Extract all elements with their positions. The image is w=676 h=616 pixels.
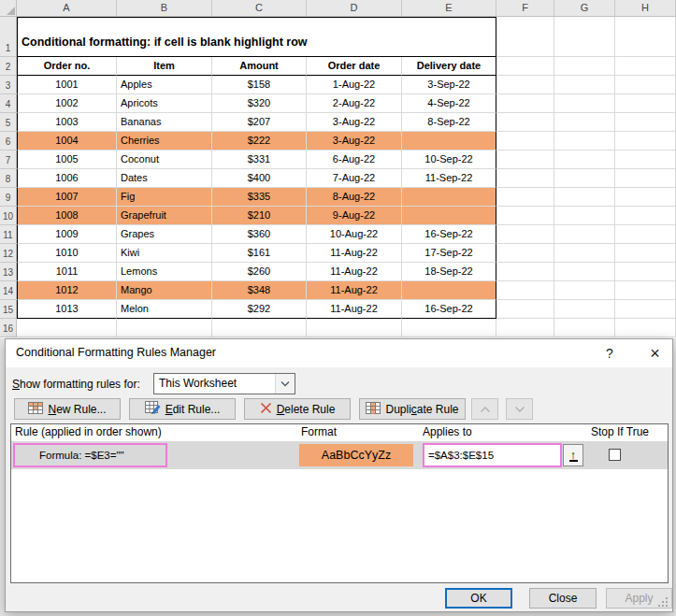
cell[interactable] <box>117 319 212 337</box>
table-cell[interactable]: 1011 <box>17 263 117 281</box>
cell[interactable] <box>212 319 307 337</box>
row-header[interactable]: 9 <box>0 188 17 207</box>
table-cell[interactable]: 3-Aug-22 <box>307 113 402 132</box>
table-cell[interactable]: $331 <box>212 150 307 169</box>
column-header[interactable]: B <box>117 0 212 17</box>
cell[interactable] <box>615 319 676 337</box>
cell[interactable] <box>615 132 676 150</box>
row-header[interactable]: 3 <box>0 76 17 94</box>
cell[interactable] <box>615 150 676 169</box>
row-header[interactable]: 6 <box>0 132 17 150</box>
table-cell[interactable]: $335 <box>212 188 307 207</box>
new-rule-button[interactable]: New Rule... <box>14 398 121 420</box>
table-cell[interactable]: Dates <box>117 169 212 188</box>
table-cell[interactable]: 1008 <box>17 207 117 225</box>
cell[interactable] <box>496 17 554 57</box>
table-header-cell[interactable]: Item <box>117 57 212 76</box>
close-button[interactable]: × <box>638 339 672 366</box>
cell[interactable] <box>615 244 676 263</box>
cell[interactable] <box>615 188 676 207</box>
cell[interactable] <box>615 76 676 94</box>
cell[interactable] <box>615 300 676 319</box>
table-cell[interactable]: 4-Sep-22 <box>402 94 496 113</box>
ok-button[interactable]: OK <box>445 588 512 609</box>
stop-if-true-checkbox[interactable] <box>609 449 621 461</box>
cell[interactable] <box>496 150 554 169</box>
table-cell[interactable]: 3-Aug-22 <box>307 132 402 150</box>
cell[interactable] <box>496 94 554 113</box>
table-cell[interactable]: 8-Aug-22 <box>307 188 402 207</box>
cell[interactable] <box>554 150 615 169</box>
move-rule-up-button[interactable] <box>471 398 498 420</box>
row-header[interactable]: 13 <box>0 263 17 281</box>
cell[interactable] <box>496 207 554 225</box>
collapse-dialog-button[interactable]: ↑ <box>563 444 583 466</box>
scope-dropdown[interactable]: This Worksheet <box>153 373 295 394</box>
cell[interactable] <box>496 319 554 337</box>
table-cell[interactable]: 1006 <box>17 169 117 188</box>
cell[interactable] <box>615 94 676 113</box>
table-cell[interactable]: 7-Aug-22 <box>307 169 402 188</box>
table-cell[interactable]: 11-Aug-22 <box>307 263 402 281</box>
table-cell[interactable]: 18-Sep-22 <box>402 263 496 281</box>
table-cell[interactable]: 1010 <box>17 244 117 263</box>
cell[interactable] <box>554 207 615 225</box>
cell[interactable] <box>554 319 615 337</box>
cell[interactable] <box>496 169 554 188</box>
cell[interactable] <box>615 113 676 132</box>
title-cell[interactable]: Conditional formatting: if cell is blank… <box>17 17 496 57</box>
edit-rule-button[interactable]: Edit Rule... <box>129 398 236 420</box>
table-cell[interactable]: Grapes <box>117 225 212 244</box>
column-header[interactable]: D <box>307 0 402 17</box>
cell[interactable] <box>496 225 554 244</box>
table-cell[interactable]: 11-Aug-22 <box>307 244 402 263</box>
table-cell[interactable]: $320 <box>212 94 307 113</box>
table-cell[interactable] <box>402 188 496 207</box>
table-cell[interactable]: 11-Aug-22 <box>307 281 402 300</box>
table-cell[interactable]: $222 <box>212 132 307 150</box>
table-cell[interactable]: Lemons <box>117 263 212 281</box>
cell[interactable] <box>615 169 676 188</box>
applies-to-input[interactable]: =$A$3:$E$15 <box>423 443 562 467</box>
table-cell[interactable]: 6-Aug-22 <box>307 150 402 169</box>
row-header[interactable]: 12 <box>0 244 17 263</box>
table-cell[interactable]: 1005 <box>17 150 117 169</box>
resize-grip[interactable] <box>656 595 669 609</box>
cell[interactable] <box>554 57 615 76</box>
table-cell[interactable]: Kiwi <box>117 244 212 263</box>
table-cell[interactable]: Coconut <box>117 150 212 169</box>
cell[interactable] <box>496 281 554 300</box>
table-cell[interactable]: 17-Sep-22 <box>402 244 496 263</box>
table-cell[interactable]: $161 <box>212 244 307 263</box>
cell[interactable] <box>307 319 402 337</box>
delete-rule-button[interactable]: Delete Rule <box>244 398 351 420</box>
cell[interactable] <box>554 244 615 263</box>
column-header[interactable]: E <box>402 0 496 17</box>
move-rule-down-button[interactable] <box>506 398 533 420</box>
table-cell[interactable]: 10-Sep-22 <box>402 150 496 169</box>
table-cell[interactable]: Cherries <box>117 132 212 150</box>
cell[interactable] <box>554 263 615 281</box>
table-cell[interactable] <box>402 207 496 225</box>
table-cell[interactable]: $210 <box>212 207 307 225</box>
table-cell[interactable]: 3-Sep-22 <box>402 76 496 94</box>
column-header[interactable]: F <box>496 0 554 17</box>
column-header[interactable]: A <box>17 0 117 17</box>
cell[interactable] <box>496 57 554 76</box>
table-cell[interactable]: $348 <box>212 281 307 300</box>
table-cell[interactable]: 1003 <box>17 113 117 132</box>
cell[interactable] <box>496 263 554 281</box>
cell[interactable] <box>17 319 117 337</box>
table-cell[interactable]: 1002 <box>17 94 117 113</box>
table-cell[interactable]: 11-Aug-22 <box>307 300 402 319</box>
cell[interactable] <box>615 263 676 281</box>
table-header-cell[interactable]: Amount <box>212 57 307 76</box>
row-header[interactable]: 4 <box>0 94 17 113</box>
row-header[interactable]: 8 <box>0 169 17 188</box>
row-header[interactable]: 2 <box>0 57 17 76</box>
table-cell[interactable]: 1009 <box>17 225 117 244</box>
row-header[interactable]: 5 <box>0 113 17 132</box>
cell[interactable] <box>615 225 676 244</box>
close-dialog-button[interactable]: Close <box>529 588 597 609</box>
table-cell[interactable]: 10-Aug-22 <box>307 225 402 244</box>
